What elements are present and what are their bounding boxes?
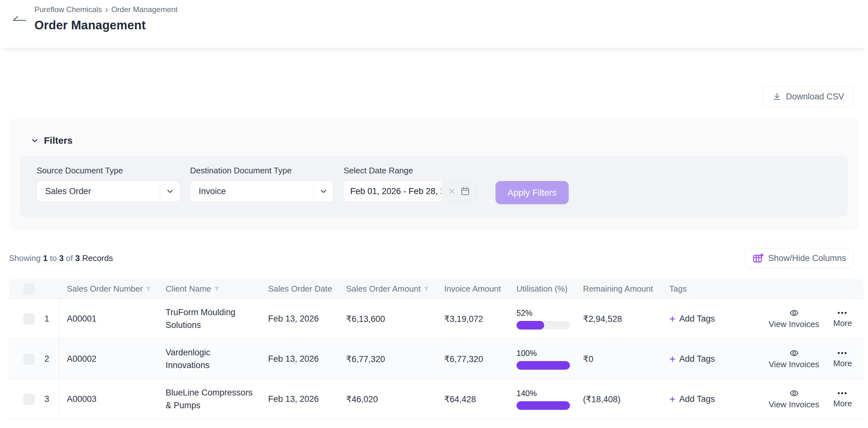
- more-button[interactable]: ••• More: [833, 390, 852, 408]
- chevron-down-icon: [319, 187, 328, 195]
- destination-document-type-value: Invoice: [190, 187, 313, 196]
- filter-funnel-icon[interactable]: [145, 286, 152, 292]
- eye-icon: [789, 389, 799, 398]
- download-csv-label: Download CSV: [786, 92, 844, 102]
- chevron-down-icon: [31, 136, 39, 145]
- clear-date-icon[interactable]: ✕: [448, 186, 455, 197]
- column-header-sales-order-number[interactable]: Sales Order Number: [59, 284, 165, 294]
- date-range-value: Feb 01, 2026 - Feb 28, 2: [344, 181, 441, 201]
- ellipsis-icon: •••: [837, 309, 848, 316]
- utilisation-progress-bar: [517, 321, 570, 330]
- plus-icon: +: [669, 314, 675, 324]
- download-csv-button[interactable]: Download CSV: [763, 86, 854, 107]
- add-tags-button[interactable]: + Add Tags: [669, 394, 715, 404]
- back-button[interactable]: [12, 14, 27, 27]
- date-range-label: Select Date Range: [344, 166, 477, 176]
- download-icon: [773, 92, 781, 101]
- filters-section: Filters Source Document Type Sales Order…: [9, 119, 859, 230]
- column-header-sales-order-date[interactable]: Sales Order Date: [268, 284, 346, 294]
- row-index: 3: [35, 379, 59, 419]
- filters-panel: Source Document Type Sales Order Destina…: [20, 155, 848, 217]
- sales-order-date-cell: Feb 13, 2026: [268, 394, 346, 404]
- table-row: 3 A00003 BlueLine Compressors & Pumps Fe…: [9, 379, 864, 419]
- eye-icon: [789, 309, 799, 317]
- filters-title: Filters: [44, 135, 72, 146]
- utilisation-progress-bar: [517, 401, 570, 410]
- top-bar: Pureflow Chemicals › Order Management Or…: [0, 0, 868, 48]
- column-header-utilisation: Utilisation (%): [517, 284, 583, 294]
- chevron-down-icon: [166, 187, 174, 195]
- chevron-right-icon: ›: [105, 5, 108, 14]
- utilisation-cell: 52%: [517, 309, 583, 330]
- eye-icon: [789, 349, 799, 358]
- ellipsis-icon: •••: [837, 390, 848, 397]
- remaining-amount-cell: (₹18,408): [583, 394, 669, 404]
- table-row: 1 A00001 TruForm Moulding Solutions Feb …: [9, 299, 864, 339]
- sales-order-amount-cell: ₹6,77,320: [346, 354, 444, 364]
- filter-funnel-icon[interactable]: [214, 286, 220, 292]
- sales-order-date-cell: Feb 13, 2026: [268, 354, 346, 364]
- destination-document-type-label: Destination Document Type: [190, 166, 333, 176]
- row-checkbox[interactable]: [23, 394, 35, 405]
- ellipsis-icon: •••: [837, 350, 848, 356]
- view-invoices-button[interactable]: View Invoices: [769, 309, 819, 329]
- row-checkbox[interactable]: [23, 353, 35, 365]
- column-header-invoice-amount: Invoice Amount: [444, 284, 517, 294]
- source-document-type-value: Sales Order: [37, 187, 160, 196]
- sales-order-number-cell: A00001: [59, 314, 165, 324]
- plus-icon: +: [669, 394, 675, 404]
- utilisation-progress-bar: [517, 361, 570, 370]
- client-name-cell: BlueLine Compressors & Pumps: [165, 387, 268, 411]
- sales-order-date-cell: Feb 13, 2026: [268, 314, 346, 324]
- page-title: Order Management: [34, 19, 178, 32]
- date-range-input[interactable]: Feb 01, 2026 - Feb 28, 2 ✕: [344, 181, 477, 202]
- source-document-type-label: Source Document Type: [37, 166, 180, 176]
- row-index: 1: [35, 299, 59, 339]
- breadcrumb: Pureflow Chemicals › Order Management: [34, 5, 178, 14]
- more-button[interactable]: ••• More: [833, 309, 852, 328]
- orders-table: Sales Order Number Client Name Sales Ord…: [9, 279, 864, 419]
- view-invoices-button[interactable]: View Invoices: [769, 389, 819, 409]
- invoice-amount-cell: ₹3,19,072: [444, 314, 517, 324]
- sales-order-number-cell: A00002: [59, 354, 165, 364]
- utilisation-cell: 140%: [517, 389, 583, 410]
- add-tags-button[interactable]: + Add Tags: [669, 314, 715, 324]
- plus-icon: +: [669, 354, 675, 364]
- column-header-client-name[interactable]: Client Name: [165, 284, 268, 294]
- breadcrumb-item-company[interactable]: Pureflow Chemicals: [34, 5, 102, 14]
- utilisation-cell: 100%: [517, 349, 583, 370]
- filter-funnel-icon[interactable]: [423, 286, 430, 292]
- sales-order-amount-cell: ₹46,020: [346, 394, 444, 404]
- remaining-amount-cell: ₹0: [583, 354, 669, 364]
- column-header-remaining-amount: Remaining Amount: [583, 284, 669, 294]
- source-document-type-select[interactable]: Sales Order: [37, 181, 180, 202]
- sales-order-amount-cell: ₹6,13,600: [346, 314, 444, 324]
- sales-order-number-cell: A00003: [59, 394, 165, 404]
- invoice-amount-cell: ₹6,77,320: [444, 354, 517, 364]
- table-columns-plus-icon: [753, 253, 764, 263]
- invoice-amount-cell: ₹64,428: [444, 394, 517, 404]
- table-header-row: Sales Order Number Client Name Sales Ord…: [9, 279, 864, 299]
- select-all-checkbox[interactable]: [23, 283, 35, 295]
- records-summary: Showing 1 to 3 of 3 Records: [9, 253, 113, 263]
- calendar-icon[interactable]: [460, 187, 470, 196]
- column-header-tags: Tags: [669, 284, 748, 294]
- breadcrumb-item-page[interactable]: Order Management: [111, 5, 177, 14]
- view-invoices-button[interactable]: View Invoices: [769, 349, 819, 369]
- remaining-amount-cell: ₹2,94,528: [583, 314, 669, 324]
- column-header-sales-order-amount[interactable]: Sales Order Amount: [346, 284, 444, 294]
- arrow-left-icon: [12, 15, 26, 26]
- table-row: 2 A00002 Vardenlogic Innovations Feb 13,…: [9, 339, 864, 379]
- row-index: 2: [35, 339, 59, 379]
- client-name-cell: Vardenlogic Innovations: [165, 346, 268, 371]
- destination-document-type-select[interactable]: Invoice: [190, 181, 333, 202]
- apply-filters-button[interactable]: Apply Filters: [495, 181, 569, 204]
- filters-toggle[interactable]: Filters: [9, 119, 92, 146]
- row-checkbox[interactable]: [23, 313, 35, 325]
- show-hide-columns-label: Show/Hide Columns: [768, 253, 846, 263]
- client-name-cell: TruForm Moulding Solutions: [165, 306, 268, 331]
- show-hide-columns-button[interactable]: Show/Hide Columns: [745, 248, 854, 268]
- more-button[interactable]: ••• More: [833, 350, 852, 368]
- add-tags-button[interactable]: + Add Tags: [669, 354, 715, 364]
